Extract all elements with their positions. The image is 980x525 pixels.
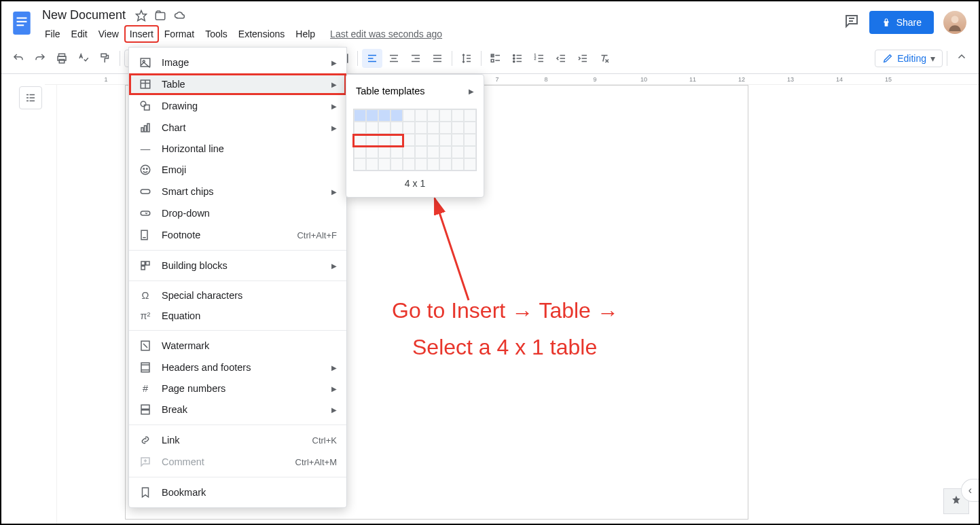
table-grid-cell[interactable] [366, 146, 378, 158]
table-grid-cell[interactable] [439, 146, 452, 158]
table-grid-cell[interactable] [403, 122, 415, 134]
table-grid-cell[interactable] [378, 122, 391, 134]
insert-footnote-item[interactable]: FootnoteCtrl+Alt+F [129, 224, 346, 246]
table-grid-cell[interactable] [354, 109, 366, 122]
align-center-button[interactable] [384, 49, 404, 68]
insert-emoji-item[interactable]: Emoji [129, 159, 346, 181]
increase-indent-button[interactable] [573, 49, 593, 68]
collapse-toolbar-icon[interactable] [951, 47, 972, 69]
table-grid-cell[interactable] [403, 109, 415, 122]
table-grid-cell[interactable] [354, 134, 366, 146]
last-edit-link[interactable]: Last edit was seconds ago [330, 29, 442, 39]
table-grid-cell[interactable] [452, 122, 464, 134]
align-right-button[interactable] [405, 49, 426, 68]
menu-help[interactable]: Help [290, 25, 321, 43]
outline-toggle-icon[interactable] [19, 86, 42, 109]
numbered-list-button[interactable]: 12 [529, 49, 549, 68]
table-grid-cell[interactable] [464, 158, 476, 170]
docs-logo[interactable] [10, 7, 34, 39]
menu-edit[interactable]: Edit [66, 25, 93, 43]
insert-building-blocks-item[interactable]: Building blocks▶ [129, 255, 346, 276]
insert-hline-item[interactable]: —Horizontal line [129, 139, 346, 159]
insert-watermark-item[interactable]: Watermark [129, 335, 346, 357]
table-grid-cell[interactable] [439, 134, 452, 146]
table-grid-cell[interactable] [439, 122, 452, 134]
mode-selector[interactable]: Editing ▾ [875, 50, 943, 67]
table-grid-cell[interactable] [439, 158, 452, 170]
table-grid-cell[interactable] [354, 158, 366, 170]
table-grid-cell[interactable] [366, 109, 378, 122]
insert-page-numbers-item[interactable]: #Page numbers▶ [129, 378, 346, 399]
table-grid-cell[interactable] [464, 109, 476, 122]
menu-insert[interactable]: Insert [124, 25, 159, 43]
redo-button[interactable] [30, 49, 50, 68]
align-left-button[interactable] [362, 49, 382, 68]
cloud-status-icon[interactable] [173, 10, 187, 22]
paint-format-button[interactable] [95, 49, 115, 68]
table-grid-cell[interactable] [464, 146, 476, 158]
table-grid-cell[interactable] [415, 146, 427, 158]
comments-icon[interactable] [843, 13, 860, 32]
insert-drawing-item[interactable]: Drawing▶ [129, 95, 346, 117]
table-grid-cell[interactable] [403, 146, 415, 158]
checklist-button[interactable] [486, 49, 506, 68]
table-grid-cell[interactable] [439, 109, 452, 122]
table-grid-cell[interactable] [415, 158, 427, 170]
menu-extensions[interactable]: Extensions [233, 25, 290, 43]
menu-file[interactable]: File [39, 25, 66, 43]
bulleted-list-button[interactable] [507, 49, 528, 68]
table-grid-cell[interactable] [464, 134, 476, 146]
insert-dropdown-item[interactable]: Drop-down [129, 202, 346, 224]
table-grid-cell[interactable] [427, 134, 439, 146]
insert-equation-item[interactable]: π²Equation [129, 306, 346, 326]
table-grid-cell[interactable] [378, 146, 391, 158]
table-grid-cell[interactable] [464, 122, 476, 134]
table-grid-cell[interactable] [378, 109, 391, 122]
table-grid-cell[interactable] [415, 134, 427, 146]
move-icon[interactable] [154, 10, 166, 22]
table-templates-item[interactable]: Table templates▶ [346, 79, 484, 103]
table-grid-cell[interactable] [427, 122, 439, 134]
table-grid-cell[interactable] [378, 134, 391, 146]
menu-tools[interactable]: Tools [200, 25, 233, 43]
insert-chart-item[interactable]: Chart▶ [129, 117, 346, 139]
account-avatar[interactable] [943, 11, 966, 34]
table-grid-cell[interactable] [391, 158, 403, 170]
table-grid-cell[interactable] [354, 146, 366, 158]
menu-view[interactable]: View [93, 25, 124, 43]
insert-special-chars-item[interactable]: ΩSpecial characters [129, 285, 346, 306]
share-button[interactable]: Share [869, 11, 934, 34]
document-title[interactable]: New Document [39, 7, 128, 24]
table-grid-cell[interactable] [415, 122, 427, 134]
line-spacing-button[interactable] [456, 49, 477, 68]
star-icon[interactable] [135, 10, 147, 22]
insert-table-item[interactable]: Table▶ [129, 73, 346, 95]
align-justify-button[interactable] [427, 49, 448, 68]
table-grid-cell[interactable] [403, 158, 415, 170]
insert-smart-chips-item[interactable]: Smart chips▶ [129, 181, 346, 202]
table-grid-cell[interactable] [415, 109, 427, 122]
print-button[interactable] [52, 49, 72, 68]
undo-button[interactable] [8, 49, 29, 68]
table-grid-cell[interactable] [366, 134, 378, 146]
spellcheck-button[interactable] [73, 49, 94, 68]
table-grid-cell[interactable] [354, 122, 366, 134]
table-grid-cell[interactable] [427, 146, 439, 158]
table-grid-cell[interactable] [427, 109, 439, 122]
table-grid-cell[interactable] [378, 158, 391, 170]
insert-link-item[interactable]: LinkCtrl+K [129, 429, 346, 451]
table-grid-cell[interactable] [391, 146, 403, 158]
clear-formatting-button[interactable] [594, 49, 615, 68]
table-grid-cell[interactable] [452, 134, 464, 146]
insert-image-item[interactable]: Image▶ [129, 52, 346, 73]
decrease-indent-button[interactable] [551, 49, 571, 68]
table-grid-cell[interactable] [452, 109, 464, 122]
table-grid-cell[interactable] [427, 158, 439, 170]
table-grid-cell[interactable] [391, 109, 403, 122]
show-side-panel-icon[interactable]: ‹ [961, 479, 979, 502]
table-grid-cell[interactable] [366, 122, 378, 134]
table-grid-cell[interactable] [403, 134, 415, 146]
table-grid-cell[interactable] [391, 134, 403, 146]
menu-format[interactable]: Format [159, 25, 200, 43]
insert-break-item[interactable]: Break▶ [129, 399, 346, 420]
